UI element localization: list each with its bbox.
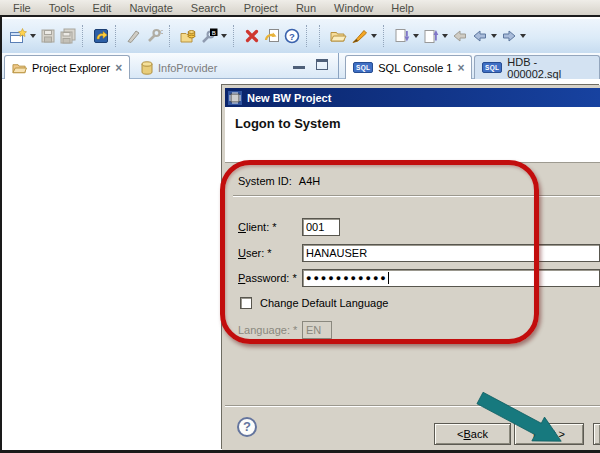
svg-text:B: B xyxy=(212,30,216,36)
help-button[interactable]: ? xyxy=(237,417,257,437)
tab-strip: Project Explorer × InfoProvider SQL SQL … xyxy=(2,53,600,79)
minimize-view-icon[interactable] xyxy=(293,59,305,69)
tab-hdb-sql[interactable]: SQL HDB - 000002.sql xyxy=(474,55,600,79)
open-data-icon[interactable] xyxy=(178,26,199,46)
new-wizard-dropdown-icon[interactable] xyxy=(30,34,36,38)
toolbar-separator xyxy=(115,25,119,47)
save-all-icon xyxy=(58,26,78,46)
menu-bar: File Tools Edit Navigate Search Project … xyxy=(0,0,600,17)
highlighter-dropdown-icon[interactable] xyxy=(371,34,377,38)
menu-navigate[interactable]: Navigate xyxy=(120,1,181,15)
toolbar-separator xyxy=(169,25,173,47)
sql-icon: SQL xyxy=(353,62,373,73)
highlighter-icon[interactable] xyxy=(349,26,379,46)
teal-arrow-annotation xyxy=(472,388,582,446)
next-annotation-icon[interactable] xyxy=(392,26,421,46)
main-toolbar: C B ? xyxy=(2,19,600,53)
close-icon[interactable]: × xyxy=(457,63,464,73)
new-wizard-icon[interactable] xyxy=(8,26,38,46)
open-folder-icon[interactable] xyxy=(328,26,349,46)
toolbar-separator xyxy=(82,25,86,47)
save-icon xyxy=(38,26,58,46)
red-highlight-annotation xyxy=(220,160,539,344)
tab-infoprovider[interactable]: InfoProvider xyxy=(133,55,225,79)
sql-icon: SQL xyxy=(482,62,502,73)
dialog-heading: Logon to System xyxy=(235,116,590,131)
project-explorer-folder-icon xyxy=(12,61,27,75)
dialog-title: New BW Project xyxy=(247,92,331,104)
back-nav-icon[interactable] xyxy=(470,26,499,46)
menu-run[interactable]: Run xyxy=(287,1,325,15)
previous-annotation-icon[interactable] xyxy=(421,26,450,46)
forward-nav-icon[interactable] xyxy=(499,26,528,46)
panel-divider xyxy=(338,53,339,79)
window-left-edge xyxy=(0,17,2,453)
wrench-dropdown-icon[interactable] xyxy=(221,34,227,38)
previous-annotation-dropdown-icon[interactable] xyxy=(442,34,448,38)
delete-icon[interactable] xyxy=(242,26,262,46)
tab-label: Project Explorer xyxy=(32,62,110,74)
toolbar-separator xyxy=(383,25,387,47)
svg-text:C: C xyxy=(160,29,163,35)
back-nav-dropdown-icon[interactable] xyxy=(491,34,497,38)
help-icon[interactable]: ? xyxy=(282,26,302,46)
close-icon[interactable]: × xyxy=(115,63,122,73)
svg-text:?: ? xyxy=(289,31,295,42)
tab-label: SQL Console 1 xyxy=(378,62,452,74)
toolbar-separator xyxy=(319,25,323,47)
tab-label: InfoProvider xyxy=(158,62,217,74)
next-annotation-dropdown-icon[interactable] xyxy=(413,34,419,38)
dialog-title-bar[interactable]: New BW Project xyxy=(225,88,600,107)
cut-icon xyxy=(124,26,144,46)
menu-search[interactable]: Search xyxy=(182,1,235,15)
menu-file[interactable]: File xyxy=(4,1,40,15)
cutoff-button[interactable] xyxy=(593,423,600,445)
dialog-chip-icon xyxy=(228,91,242,105)
menu-window[interactable]: Window xyxy=(325,1,382,15)
infoprovider-cylinder-icon xyxy=(141,61,153,75)
menu-edit[interactable]: Edit xyxy=(83,1,120,15)
toolbar-separator xyxy=(306,25,310,47)
refresh-icon[interactable] xyxy=(262,26,282,46)
menu-project[interactable]: Project xyxy=(235,1,287,15)
menu-tools[interactable]: Tools xyxy=(40,1,84,15)
dialog-header: Logon to System xyxy=(225,107,600,163)
wrench-icon[interactable]: B xyxy=(199,26,229,46)
last-edit-location-icon xyxy=(450,26,470,46)
build-config-icon: C xyxy=(144,26,165,46)
tab-sql-console[interactable]: SQL SQL Console 1 × xyxy=(345,55,472,79)
toolbar-separator xyxy=(233,25,237,47)
menu-help[interactable]: Help xyxy=(382,1,423,15)
maximize-view-icon[interactable] xyxy=(316,59,328,70)
tab-project-explorer[interactable]: Project Explorer × xyxy=(4,55,130,79)
bw-object-icon[interactable] xyxy=(91,26,111,46)
tab-label: HDB - 000002.sql xyxy=(507,56,592,80)
forward-nav-dropdown-icon[interactable] xyxy=(520,34,526,38)
